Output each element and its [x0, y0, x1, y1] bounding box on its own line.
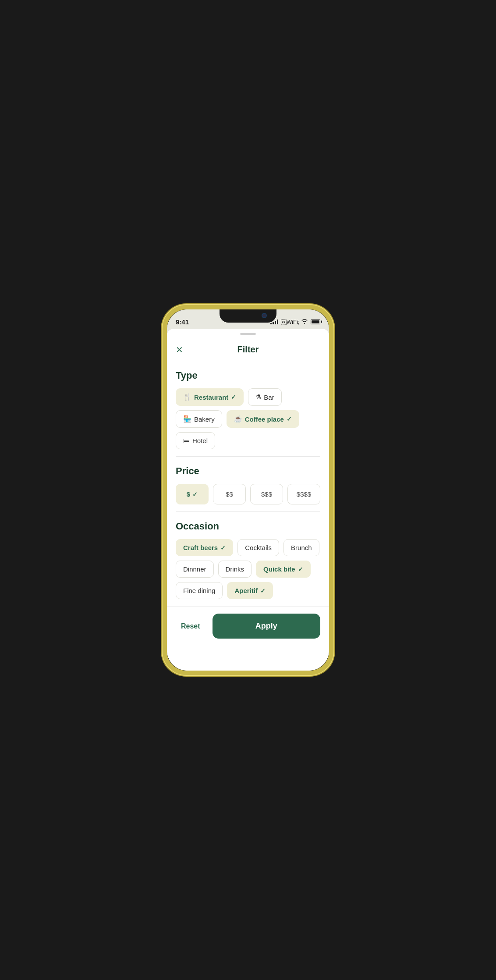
- type-chip-restaurant[interactable]: 🍴 Restaurant ✓: [176, 388, 244, 406]
- bar-icon: ⚗: [255, 393, 261, 401]
- price-section-title: Price: [176, 465, 320, 477]
- type-section-title: Type: [176, 370, 320, 381]
- price-1-check: ✓: [192, 491, 198, 498]
- type-chip-coffee[interactable]: ☕ Coffee place ✓: [227, 410, 299, 428]
- price-4-label: $$$$: [297, 490, 311, 498]
- price-1-label: $: [187, 490, 190, 498]
- dinner-label: Dinnner: [183, 565, 206, 573]
- hotel-label: Hotel: [192, 437, 208, 444]
- type-chip-bar[interactable]: ⚗ Bar: [248, 388, 281, 406]
- quickbite-label: Quick bite: [263, 565, 295, 573]
- camera: [262, 313, 267, 318]
- craft-check: ✓: [220, 544, 226, 551]
- status-bar: 9:41 WiFi;: [167, 309, 329, 329]
- coffee-check: ✓: [287, 415, 292, 423]
- occasion-chips-grid: Craft beers ✓ Cocktails Brunch Dinnner: [176, 539, 320, 599]
- apply-button[interactable]: Apply: [213, 614, 320, 639]
- notch: [220, 309, 276, 323]
- occasion-section: Occasion Craft beers ✓ Cocktails Brunch: [167, 512, 329, 606]
- sheet-header: ✕ Filter: [167, 337, 329, 361]
- coffee-label: Coffee place: [245, 415, 284, 423]
- quickbite-check: ✓: [298, 566, 303, 573]
- restaurant-check: ✓: [231, 394, 236, 401]
- price-2-label: $$: [226, 490, 233, 498]
- sheet-title: Filter: [237, 344, 259, 355]
- price-3-label: $$$: [261, 490, 272, 498]
- type-chip-hotel[interactable]: 🛏 Hotel: [176, 432, 215, 449]
- occasion-chip-quickbite[interactable]: Quick bite ✓: [256, 561, 311, 578]
- cocktails-label: Cocktails: [245, 544, 272, 551]
- bakery-label: Bakery: [194, 415, 215, 423]
- occasion-chip-dinner[interactable]: Dinnner: [176, 561, 214, 578]
- occasion-chip-cocktails[interactable]: Cocktails: [237, 539, 279, 556]
- bar-label: Bar: [264, 394, 274, 401]
- aperitif-label: Aperitif: [234, 587, 258, 594]
- price-section: Price $ ✓ $$ $$$ $$$$: [167, 457, 329, 511]
- craft-label: Craft beers: [183, 544, 218, 551]
- restaurant-label: Restaurant: [194, 394, 228, 401]
- status-time: 9:41: [176, 318, 189, 326]
- wifi-icon: WiFi;: [281, 319, 308, 325]
- price-chip-1[interactable]: $ ✓: [176, 484, 209, 504]
- bottom-bar: Reset Apply: [167, 606, 329, 646]
- brunch-label: Brunch: [291, 544, 312, 551]
- price-chip-3[interactable]: $$$: [250, 484, 283, 504]
- restaurant-icon: 🍴: [183, 393, 191, 401]
- occasion-chip-aperitif[interactable]: Aperitif ✓: [227, 582, 273, 599]
- finedining-label: Fine dining: [183, 587, 215, 594]
- type-chip-bakery[interactable]: 🏪 Bakery: [176, 410, 222, 428]
- price-chip-2[interactable]: $$: [213, 484, 246, 504]
- occasion-chip-brunch[interactable]: Brunch: [283, 539, 319, 556]
- occasion-chip-drinks[interactable]: Drinks: [218, 561, 252, 578]
- close-button[interactable]: ✕: [176, 344, 183, 355]
- reset-button[interactable]: Reset: [176, 615, 205, 637]
- coffee-icon: ☕: [234, 415, 242, 423]
- status-icons: WiFi;: [270, 319, 320, 325]
- battery-icon: [311, 320, 320, 324]
- drinks-label: Drinks: [226, 565, 244, 573]
- bakery-icon: 🏪: [183, 415, 191, 423]
- filter-sheet: ✕ Filter Type 🍴 Restaurant ✓ ⚗ Bar: [167, 329, 329, 671]
- type-chips-grid: 🍴 Restaurant ✓ ⚗ Bar 🏪 Bakery: [176, 388, 320, 449]
- occasion-chip-finedining[interactable]: Fine dining: [176, 582, 223, 599]
- occasion-chip-craft[interactable]: Craft beers ✓: [176, 539, 233, 556]
- phone-frame: 9:41 WiFi;: [163, 305, 333, 675]
- sheet-handle: [167, 329, 329, 337]
- drag-handle: [240, 333, 256, 335]
- type-section: Type 🍴 Restaurant ✓ ⚗ Bar 🏪: [167, 361, 329, 456]
- aperitif-check: ✓: [260, 587, 266, 594]
- price-chip-4[interactable]: $$$$: [287, 484, 320, 504]
- price-chips-row: $ ✓ $$ $$$ $$$$: [176, 484, 320, 504]
- hotel-icon: 🛏: [183, 437, 190, 444]
- phone-screen: 9:41 WiFi;: [167, 309, 329, 671]
- occasion-section-title: Occasion: [176, 521, 320, 532]
